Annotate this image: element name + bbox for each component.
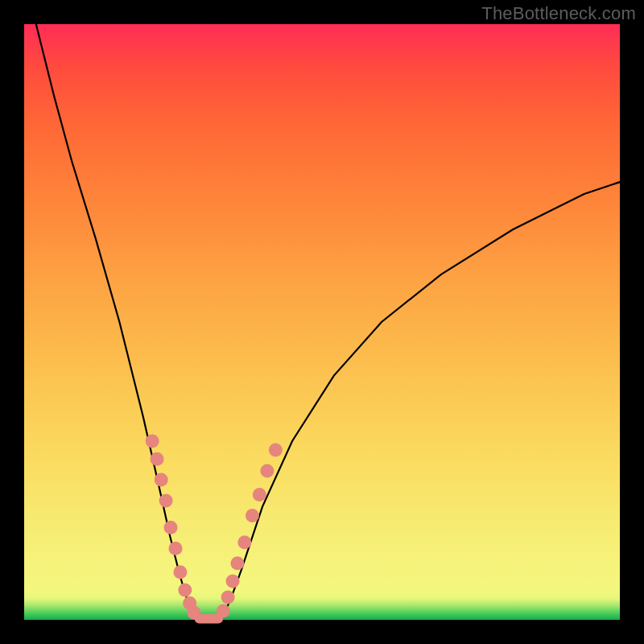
- marker-left-2: [155, 473, 168, 487]
- watermark-text: TheBottleneck.com: [481, 3, 636, 24]
- marker-right-8: [269, 444, 283, 457]
- marker-right-5: [246, 509, 259, 522]
- chart-overlay: [24, 24, 620, 620]
- chart-frame: TheBottleneck.com: [0, 0, 644, 644]
- marker-left-0: [146, 435, 159, 448]
- marker-left-3: [159, 494, 173, 508]
- marker-left-1: [151, 452, 164, 466]
- marker-left-5: [169, 542, 183, 555]
- marker-left-4: [164, 521, 178, 535]
- marker-right-4: [237, 535, 251, 549]
- marker-right-3: [230, 556, 244, 570]
- marker-right-7: [260, 464, 274, 478]
- marker-right-1: [221, 590, 235, 604]
- marker-right-6: [253, 488, 266, 502]
- curve-bottleneck-right: [221, 182, 620, 618]
- marker-left-6: [173, 565, 187, 579]
- marker-bottom-bar: [195, 614, 224, 624]
- marker-right-2: [226, 574, 240, 588]
- marker-left-7: [178, 584, 192, 597]
